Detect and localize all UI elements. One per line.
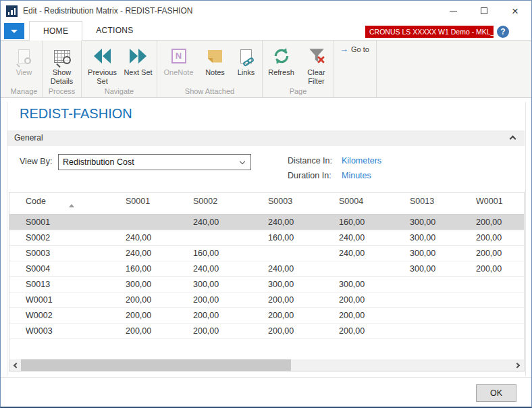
matrix-cell[interactable]: 240,00 bbox=[339, 246, 410, 261]
matrix-cell[interactable]: 240,00 bbox=[193, 261, 268, 276]
matrix-cell[interactable]: 240,00 bbox=[339, 230, 410, 245]
tab-actions[interactable]: ACTIONS bbox=[82, 21, 147, 40]
scroll-right-button[interactable] bbox=[512, 359, 524, 371]
matrix-cell[interactable] bbox=[268, 246, 339, 261]
matrix-cell[interactable]: 300,00 bbox=[410, 230, 476, 245]
matrix-cell[interactable] bbox=[476, 277, 524, 292]
matrix-row[interactable]: S0004 160,00 240,00 240,00 300,00 200,00 bbox=[9, 261, 524, 277]
distance-in-value-link[interactable]: Kilometers bbox=[342, 156, 381, 165]
matrix-cell[interactable]: 300,00 bbox=[410, 246, 476, 261]
duration-in-label: Duration In: bbox=[288, 171, 331, 180]
matrix-cell[interactable]: 200,00 bbox=[476, 246, 524, 261]
matrix-cell[interactable]: 200,00 bbox=[126, 324, 193, 338]
matrix-cell[interactable]: 200,00 bbox=[476, 230, 524, 245]
clear-filter-button[interactable]: Clear Filter bbox=[300, 43, 334, 86]
matrix-cell[interactable]: 200,00 bbox=[476, 261, 524, 276]
app-menu-button[interactable] bbox=[4, 23, 24, 39]
view-by-label: View By: bbox=[20, 157, 52, 166]
matrix-cell[interactable]: 200,00 bbox=[476, 215, 524, 230]
matrix-cell[interactable]: 300,00 bbox=[410, 215, 476, 230]
ok-button[interactable]: OK bbox=[476, 384, 516, 402]
matrix-cell[interactable]: 160,00 bbox=[126, 261, 193, 276]
matrix-cell[interactable] bbox=[476, 308, 524, 323]
column-header-s0004[interactable]: S0004 bbox=[339, 193, 410, 214]
group-label-process: Process bbox=[43, 86, 81, 97]
show-details-button[interactable]: Show Details bbox=[43, 43, 81, 86]
matrix-cell[interactable]: 300,00 bbox=[339, 277, 410, 292]
column-header-s0003[interactable]: S0003 bbox=[268, 193, 339, 214]
matrix-cell[interactable] bbox=[339, 261, 410, 276]
duration-in-value-link[interactable]: Minutes bbox=[342, 171, 371, 180]
links-button[interactable]: Links bbox=[232, 43, 261, 86]
matrix-cell[interactable]: 240,00 bbox=[126, 230, 193, 245]
matrix-cell[interactable] bbox=[476, 324, 524, 338]
matrix-cell[interactable]: 240,00 bbox=[126, 246, 193, 261]
column-header-code[interactable]: Code bbox=[9, 193, 126, 214]
matrix-cell[interactable] bbox=[410, 277, 476, 292]
matrix-cell[interactable]: 240,00 bbox=[268, 261, 339, 276]
clear-filter-icon bbox=[308, 44, 325, 68]
matrix-row[interactable]: S0001 240,00 240,00 160,00 300,00 200,00 bbox=[9, 215, 524, 230]
minimize-icon bbox=[450, 11, 457, 11]
column-header-w0001[interactable]: W0001 bbox=[476, 193, 524, 214]
matrix-cell[interactable]: 160,00 bbox=[193, 246, 268, 261]
group-label-manage: Manage bbox=[6, 86, 42, 97]
matrix-row-code: S0001 bbox=[9, 215, 126, 230]
matrix-row[interactable]: W0002 200,00 200,00 200,00 200,00 bbox=[9, 308, 524, 324]
matrix-row[interactable]: S0002 240,00 160,00 240,00 300,00 200,00 bbox=[9, 230, 524, 246]
help-icon[interactable]: ? bbox=[497, 26, 509, 38]
app-icon bbox=[6, 5, 18, 17]
matrix-cell[interactable]: 300,00 bbox=[126, 277, 193, 292]
scroll-left-button[interactable] bbox=[9, 359, 21, 371]
view-by-select[interactable]: Redistribution Cost bbox=[58, 154, 251, 170]
matrix-cell[interactable]: 240,00 bbox=[268, 215, 339, 230]
matrix-cell[interactable]: 200,00 bbox=[339, 324, 410, 338]
refresh-button[interactable]: Refresh bbox=[263, 43, 300, 86]
minimize-button[interactable] bbox=[437, 1, 469, 21]
matrix-cell[interactable]: 200,00 bbox=[126, 292, 193, 307]
matrix-row[interactable]: S0013 300,00 300,00 300,00 300,00 bbox=[9, 277, 524, 292]
matrix-cell[interactable]: 200,00 bbox=[268, 324, 339, 338]
matrix-cell[interactable]: 240,00 bbox=[193, 215, 268, 230]
matrix-cell[interactable]: 200,00 bbox=[193, 324, 268, 338]
matrix-row-code: S0013 bbox=[9, 277, 126, 292]
matrix-table: Code S0001 S0002 S0003 S0004 S0013 W0001… bbox=[9, 192, 525, 372]
column-header-s0013[interactable]: S0013 bbox=[410, 193, 476, 214]
next-set-button[interactable]: Next Set bbox=[122, 43, 155, 86]
matrix-cell[interactable]: 300,00 bbox=[268, 277, 339, 292]
horizontal-scrollbar[interactable] bbox=[9, 359, 524, 371]
tab-home[interactable]: HOME bbox=[29, 21, 82, 41]
matrix-cell[interactable] bbox=[476, 292, 524, 307]
matrix-row[interactable]: W0003 200,00 200,00 200,00 200,00 bbox=[9, 324, 524, 339]
matrix-cell[interactable]: 300,00 bbox=[193, 277, 268, 292]
general-section-label: General bbox=[14, 133, 43, 143]
general-section-header[interactable]: General bbox=[7, 130, 525, 146]
matrix-row[interactable]: W0001 200,00 200,00 200,00 200,00 bbox=[9, 292, 524, 308]
column-header-s0002[interactable]: S0002 bbox=[193, 193, 268, 214]
matrix-cell[interactable] bbox=[410, 308, 476, 323]
maximize-button[interactable] bbox=[469, 1, 500, 21]
matrix-row-code: W0003 bbox=[9, 324, 126, 338]
matrix-cell[interactable]: 200,00 bbox=[339, 308, 410, 323]
matrix-cell[interactable]: 200,00 bbox=[339, 292, 410, 307]
goto-area: → Go to bbox=[334, 41, 377, 97]
matrix-cell[interactable]: 200,00 bbox=[268, 292, 339, 307]
matrix-cell[interactable]: 200,00 bbox=[268, 308, 339, 323]
matrix-cell[interactable] bbox=[126, 215, 193, 230]
matrix-cell[interactable]: 200,00 bbox=[193, 308, 268, 323]
matrix-cell[interactable] bbox=[410, 292, 476, 307]
matrix-cell[interactable]: 160,00 bbox=[268, 230, 339, 245]
column-header-s0001[interactable]: S0001 bbox=[126, 193, 193, 214]
matrix-row[interactable]: S0003 240,00 160,00 240,00 300,00 200,00 bbox=[9, 246, 524, 261]
matrix-cell[interactable] bbox=[410, 324, 476, 338]
previous-set-button[interactable]: Previous Set bbox=[84, 43, 122, 86]
matrix-cell[interactable] bbox=[193, 230, 268, 245]
close-button[interactable]: × bbox=[500, 1, 531, 21]
notes-button[interactable]: Notes bbox=[199, 43, 232, 86]
matrix-cell[interactable]: 300,00 bbox=[410, 261, 476, 276]
matrix-cell[interactable]: 160,00 bbox=[339, 215, 410, 230]
matrix-cell[interactable]: 200,00 bbox=[126, 308, 193, 323]
scrollbar-thumb[interactable] bbox=[21, 359, 291, 371]
goto-button[interactable]: → Go to bbox=[340, 45, 369, 53]
matrix-cell[interactable]: 200,00 bbox=[193, 292, 268, 307]
